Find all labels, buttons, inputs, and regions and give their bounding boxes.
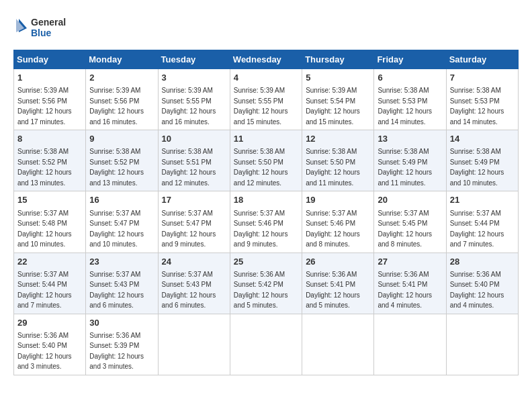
- day-number: 29: [17, 317, 82, 329]
- day-number: 8: [17, 133, 82, 145]
- cell-content: Sunrise: 5:37 AMSunset: 5:44 PMDaylight:…: [450, 210, 504, 248]
- day-number: 13: [378, 133, 442, 145]
- calendar-cell: 15Sunrise: 5:37 AMSunset: 5:48 PMDayligh…: [14, 191, 86, 253]
- day-number: 24: [162, 256, 226, 268]
- cell-content: Sunrise: 5:39 AMSunset: 5:56 PMDaylight:…: [17, 87, 72, 126]
- calendar-cell: 27Sunrise: 5:36 AMSunset: 5:41 PMDayligh…: [374, 253, 446, 314]
- day-number: 9: [89, 133, 154, 145]
- cell-content: Sunrise: 5:38 AMSunset: 5:51 PMDaylight:…: [162, 148, 216, 187]
- day-number: 17: [162, 194, 226, 206]
- weekday-header-thursday: Thursday: [302, 50, 374, 69]
- day-number: 25: [234, 256, 298, 268]
- weekday-header-row: SundayMondayTuesdayWednesdayThursdayFrid…: [14, 50, 519, 69]
- calendar-cell: [446, 314, 518, 375]
- weekday-header-monday: Monday: [86, 50, 158, 69]
- calendar-cell: 8Sunrise: 5:38 AMSunset: 5:52 PMDaylight…: [14, 130, 86, 191]
- cell-content: Sunrise: 5:36 AMSunset: 5:39 PMDaylight:…: [89, 332, 144, 371]
- cell-content: Sunrise: 5:38 AMSunset: 5:53 PMDaylight:…: [378, 87, 432, 126]
- calendar-cell: 28Sunrise: 5:36 AMSunset: 5:40 PMDayligh…: [446, 253, 518, 314]
- calendar-table: SundayMondayTuesdayWednesdayThursdayFrid…: [13, 50, 519, 375]
- weekday-header-sunday: Sunday: [14, 50, 86, 69]
- cell-content: Sunrise: 5:38 AMSunset: 5:53 PMDaylight:…: [450, 87, 504, 126]
- day-number: 23: [89, 256, 154, 268]
- calendar-cell: 24Sunrise: 5:37 AMSunset: 5:43 PMDayligh…: [158, 253, 230, 314]
- cell-content: Sunrise: 5:36 AMSunset: 5:40 PMDaylight:…: [17, 332, 72, 371]
- cell-content: Sunrise: 5:39 AMSunset: 5:54 PMDaylight:…: [306, 87, 360, 126]
- cell-content: Sunrise: 5:39 AMSunset: 5:55 PMDaylight:…: [162, 87, 216, 126]
- calendar-week-2: 8Sunrise: 5:38 AMSunset: 5:52 PMDaylight…: [14, 130, 519, 191]
- calendar-cell: 10Sunrise: 5:38 AMSunset: 5:51 PMDayligh…: [158, 130, 230, 191]
- calendar-cell: 25Sunrise: 5:36 AMSunset: 5:42 PMDayligh…: [230, 253, 302, 314]
- calendar-cell: [230, 314, 302, 375]
- day-number: 22: [17, 256, 82, 268]
- day-number: 15: [17, 194, 82, 206]
- cell-content: Sunrise: 5:36 AMSunset: 5:42 PMDaylight:…: [234, 271, 288, 310]
- calendar-cell: 1Sunrise: 5:39 AMSunset: 5:56 PMDaylight…: [14, 69, 86, 130]
- calendar-cell: 29Sunrise: 5:36 AMSunset: 5:40 PMDayligh…: [14, 314, 86, 375]
- day-number: 20: [378, 194, 442, 206]
- day-number: 30: [89, 317, 154, 329]
- logo: General Blue: [13, 13, 74, 43]
- cell-content: Sunrise: 5:37 AMSunset: 5:43 PMDaylight:…: [162, 271, 216, 310]
- calendar-cell: 5Sunrise: 5:39 AMSunset: 5:54 PMDaylight…: [302, 69, 374, 130]
- calendar-week-3: 15Sunrise: 5:37 AMSunset: 5:48 PMDayligh…: [14, 191, 519, 253]
- logo-svg: General Blue: [13, 13, 74, 43]
- day-number: 27: [378, 256, 442, 268]
- calendar-cell: 21Sunrise: 5:37 AMSunset: 5:44 PMDayligh…: [446, 191, 518, 253]
- calendar-week-4: 22Sunrise: 5:37 AMSunset: 5:44 PMDayligh…: [14, 253, 519, 314]
- day-number: 19: [306, 194, 370, 206]
- cell-content: Sunrise: 5:37 AMSunset: 5:46 PMDaylight:…: [306, 210, 360, 248]
- calendar-cell: 23Sunrise: 5:37 AMSunset: 5:43 PMDayligh…: [86, 253, 158, 314]
- cell-content: Sunrise: 5:37 AMSunset: 5:47 PMDaylight:…: [162, 210, 216, 248]
- calendar-cell: [302, 314, 374, 375]
- page-header: General Blue: [13, 13, 519, 43]
- weekday-header-tuesday: Tuesday: [158, 50, 230, 69]
- day-number: 11: [234, 133, 298, 145]
- day-number: 28: [450, 256, 515, 268]
- day-number: 16: [89, 194, 154, 206]
- cell-content: Sunrise: 5:38 AMSunset: 5:50 PMDaylight:…: [306, 148, 360, 187]
- cell-content: Sunrise: 5:37 AMSunset: 5:46 PMDaylight:…: [234, 210, 288, 248]
- weekday-header-saturday: Saturday: [446, 50, 518, 69]
- cell-content: Sunrise: 5:38 AMSunset: 5:50 PMDaylight:…: [234, 148, 288, 187]
- cell-content: Sunrise: 5:38 AMSunset: 5:52 PMDaylight:…: [89, 148, 144, 187]
- calendar-cell: 16Sunrise: 5:37 AMSunset: 5:47 PMDayligh…: [86, 191, 158, 253]
- svg-text:Blue: Blue: [31, 28, 52, 38]
- cell-content: Sunrise: 5:38 AMSunset: 5:52 PMDaylight:…: [17, 148, 72, 187]
- day-number: 26: [306, 256, 370, 268]
- cell-content: Sunrise: 5:37 AMSunset: 5:43 PMDaylight:…: [89, 271, 144, 310]
- cell-content: Sunrise: 5:39 AMSunset: 5:56 PMDaylight:…: [89, 87, 144, 126]
- day-number: 7: [450, 72, 515, 84]
- day-number: 14: [450, 133, 515, 145]
- calendar-cell: [374, 314, 446, 375]
- calendar-cell: 6Sunrise: 5:38 AMSunset: 5:53 PMDaylight…: [374, 69, 446, 130]
- day-number: 6: [378, 72, 442, 84]
- day-number: 12: [306, 133, 370, 145]
- cell-content: Sunrise: 5:37 AMSunset: 5:48 PMDaylight:…: [17, 210, 72, 248]
- calendar-cell: 13Sunrise: 5:38 AMSunset: 5:49 PMDayligh…: [374, 130, 446, 191]
- cell-content: Sunrise: 5:39 AMSunset: 5:55 PMDaylight:…: [234, 87, 288, 126]
- weekday-header-wednesday: Wednesday: [230, 50, 302, 69]
- day-number: 10: [162, 133, 226, 145]
- calendar-cell: 30Sunrise: 5:36 AMSunset: 5:39 PMDayligh…: [86, 314, 158, 375]
- svg-text:General: General: [31, 17, 66, 28]
- calendar-cell: 17Sunrise: 5:37 AMSunset: 5:47 PMDayligh…: [158, 191, 230, 253]
- calendar-cell: 7Sunrise: 5:38 AMSunset: 5:53 PMDaylight…: [446, 69, 518, 130]
- calendar-cell: 18Sunrise: 5:37 AMSunset: 5:46 PMDayligh…: [230, 191, 302, 253]
- cell-content: Sunrise: 5:37 AMSunset: 5:47 PMDaylight:…: [89, 210, 144, 248]
- day-number: 1: [17, 72, 82, 84]
- day-number: 3: [162, 72, 226, 84]
- cell-content: Sunrise: 5:38 AMSunset: 5:49 PMDaylight:…: [450, 148, 504, 187]
- day-number: 2: [89, 72, 154, 84]
- calendar-cell: 20Sunrise: 5:37 AMSunset: 5:45 PMDayligh…: [374, 191, 446, 253]
- calendar-header: SundayMondayTuesdayWednesdayThursdayFrid…: [14, 50, 519, 69]
- calendar-cell: 9Sunrise: 5:38 AMSunset: 5:52 PMDaylight…: [86, 130, 158, 191]
- day-number: 4: [234, 72, 298, 84]
- cell-content: Sunrise: 5:36 AMSunset: 5:41 PMDaylight:…: [306, 271, 360, 310]
- weekday-header-friday: Friday: [374, 50, 446, 69]
- cell-content: Sunrise: 5:37 AMSunset: 5:44 PMDaylight:…: [17, 271, 72, 310]
- day-number: 5: [306, 72, 370, 84]
- calendar-cell: 2Sunrise: 5:39 AMSunset: 5:56 PMDaylight…: [86, 69, 158, 130]
- calendar-cell: [158, 314, 230, 375]
- calendar-week-1: 1Sunrise: 5:39 AMSunset: 5:56 PMDaylight…: [14, 69, 519, 130]
